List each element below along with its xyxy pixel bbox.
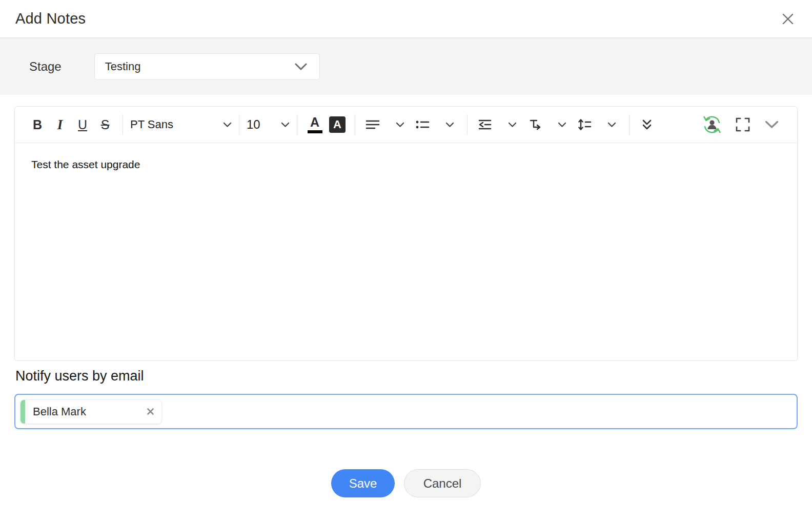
note-content-area[interactable]: Test the asset upgrade — [15, 143, 797, 360]
close-button[interactable] — [779, 10, 797, 28]
toolbar-divider — [123, 114, 123, 135]
recipient-name: Bella Mark — [33, 405, 86, 418]
remove-icon — [147, 408, 154, 415]
page-title: Add Notes — [15, 10, 86, 27]
font-size-dropdown[interactable]: 10 — [247, 117, 290, 132]
italic-button[interactable]: I — [51, 113, 69, 136]
remove-recipient-button[interactable] — [147, 408, 154, 415]
cancel-button[interactable]: Cancel — [404, 469, 481, 497]
background-color-button[interactable]: A — [329, 113, 346, 136]
add-notes-modal: Add Notes Stage Testing B I U S PT Sans — [0, 0, 812, 497]
toolbar-divider — [297, 114, 297, 135]
stage-dropdown[interactable]: Testing — [94, 53, 320, 80]
collapse-toolbar-icon[interactable] — [763, 113, 780, 136]
user-sync-icon[interactable] — [701, 113, 723, 136]
font-color-button[interactable]: A — [306, 113, 323, 136]
direction-dropdown[interactable] — [553, 113, 571, 136]
underline-button[interactable]: U — [74, 113, 91, 136]
save-button[interactable]: Save — [331, 469, 395, 497]
modal-header: Add Notes — [0, 0, 812, 37]
chevron-down-icon — [295, 63, 307, 70]
spacing-dropdown[interactable] — [603, 113, 620, 136]
line-spacing-icon[interactable] — [576, 113, 593, 136]
list-dropdown[interactable] — [441, 113, 458, 136]
font-family-value: PT Sans — [130, 118, 173, 131]
chevron-down-icon — [223, 122, 232, 128]
bold-button[interactable]: B — [29, 113, 46, 136]
toolbar-right-group — [696, 113, 786, 136]
text-direction-icon[interactable] — [526, 113, 543, 136]
toolbar-divider — [629, 114, 630, 135]
font-color-swatch — [308, 130, 322, 133]
toolbar-divider — [355, 114, 355, 135]
recipient-chip: Bella Mark — [20, 399, 162, 424]
toolbar-divider — [239, 114, 239, 135]
chevron-down-icon — [281, 122, 290, 128]
stage-row: Stage Testing — [0, 37, 812, 95]
editor-toolbar: B I U S PT Sans 10 A — [15, 107, 797, 143]
align-dropdown[interactable] — [391, 113, 409, 136]
outdent-icon[interactable] — [476, 113, 494, 136]
rich-text-editor: B I U S PT Sans 10 A — [14, 106, 798, 361]
toolbar-divider — [467, 114, 468, 135]
action-buttons: Save Cancel — [0, 469, 812, 497]
bullet-list-icon[interactable] — [414, 113, 431, 136]
fullscreen-icon[interactable] — [734, 113, 752, 136]
strikethrough-button[interactable]: S — [96, 113, 114, 136]
stage-dropdown-value: Testing — [105, 60, 141, 73]
font-size-value: 10 — [247, 117, 260, 132]
align-button[interactable] — [364, 113, 381, 136]
background-color-icon: A — [329, 116, 346, 133]
align-left-icon — [365, 117, 380, 132]
font-family-dropdown[interactable]: PT Sans — [130, 118, 232, 131]
stage-label: Stage — [29, 59, 62, 74]
notify-users-input[interactable]: Bella Mark — [14, 394, 798, 429]
more-tools-icon[interactable] — [638, 113, 656, 136]
notify-users-label: Notify users by email — [15, 368, 797, 384]
note-text: Test the asset upgrade — [31, 158, 140, 170]
close-icon — [780, 11, 796, 27]
indent-dropdown[interactable] — [503, 113, 521, 136]
font-color-icon: A — [310, 116, 319, 129]
chip-status-bar — [21, 400, 25, 424]
